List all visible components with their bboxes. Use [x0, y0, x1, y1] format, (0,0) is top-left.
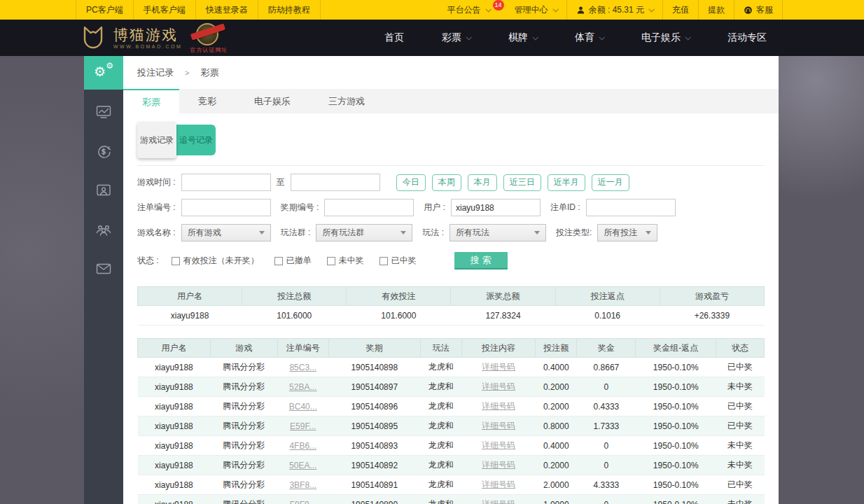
order-number-link[interactable]: BC40...: [289, 402, 317, 412]
order-number-link[interactable]: 52BA...: [289, 382, 316, 392]
quick-date-button[interactable]: 本周: [432, 174, 461, 191]
nav-item[interactable]: 活动专区: [709, 20, 786, 56]
status-checkbox-option[interactable]: 已撤单: [274, 255, 312, 267]
platform-notice-button[interactable]: 平台公告 14: [438, 0, 506, 20]
bet-detail-link[interactable]: 详细号码: [482, 440, 515, 450]
search-button[interactable]: 搜 索: [454, 252, 508, 270]
sidebar-item-account[interactable]: [84, 174, 123, 207]
quick-date-button[interactable]: 近一月: [592, 174, 629, 191]
settings-icon: ⚙⚙: [95, 64, 113, 82]
table-row: xiayu9188腾讯分分彩4FB6...1905140893龙虎和详细号码0.…: [138, 436, 765, 456]
tab-third-party-games[interactable]: 三方游戏: [309, 89, 384, 113]
bet-detail-link[interactable]: 详细号码: [482, 479, 515, 489]
topbar-left-links: PC客户端手机客户端快速登录器防劫持教程: [76, 0, 321, 20]
tab-e-entertainment[interactable]: 电子娱乐: [235, 89, 309, 113]
cell-content: 详细号码: [461, 456, 536, 475]
order-number-link[interactable]: E59F...: [290, 421, 316, 431]
cell-group: 1950-0.10%: [636, 377, 716, 397]
cell-play: 龙虎和: [420, 475, 461, 495]
cell-amount: 1.0000: [536, 495, 577, 504]
bet-detail-link[interactable]: 详细号码: [482, 421, 515, 430]
sidebar-item-team[interactable]: [84, 213, 123, 246]
chevron-down-icon: [259, 231, 265, 234]
checkbox-label: 已撤单: [286, 255, 312, 267]
topbar-link[interactable]: 手机客户端: [134, 0, 196, 20]
quick-date-button[interactable]: 近三日: [503, 174, 541, 191]
user-input[interactable]: [451, 199, 541, 216]
summary-cell: 101.6000: [242, 306, 347, 326]
seal-text: 官方认证网址: [188, 46, 230, 54]
order-number-link[interactable]: 50EA...: [289, 461, 316, 470]
quick-date-button[interactable]: 本月: [468, 174, 497, 191]
site-logo[interactable]: 博猫游戏 WWW.BOMAO.COM 官方认证网址: [79, 22, 224, 54]
summary-header-cell: 游戏盈亏: [660, 287, 764, 306]
admin-center-button[interactable]: 管理中心: [506, 0, 566, 20]
quick-date-button[interactable]: 近半月: [548, 174, 585, 191]
nav-item[interactable]: 棋牌: [489, 20, 556, 56]
bet-type-select[interactable]: 所有投注: [597, 224, 657, 241]
checkbox[interactable]: [327, 257, 335, 265]
table-header-cell: 游戏: [210, 339, 277, 358]
order-number-link[interactable]: 4FB6...: [289, 441, 316, 451]
table-row: xiayu9188腾讯分分彩3BF8...1905140891龙虎和详细号码2.…: [138, 475, 765, 495]
customer-service-button[interactable]: 客服: [734, 0, 783, 20]
sidebar-item-settings[interactable]: ⚙⚙: [84, 56, 123, 90]
quick-date-button[interactable]: 今日: [396, 174, 426, 191]
subtab-game-records[interactable]: 游戏记录: [137, 122, 176, 158]
cell-group: 1950-0.10%: [636, 456, 716, 475]
checkbox[interactable]: [379, 257, 388, 265]
cell-order: 50EA...: [277, 456, 328, 475]
time-start-input[interactable]: [181, 174, 271, 191]
nav-item[interactable]: 彩票: [423, 20, 489, 56]
play-group-select[interactable]: 所有玩法群: [316, 224, 412, 241]
nav-item[interactable]: 电子娱乐: [622, 20, 709, 56]
summary-cell: xiayu9188: [138, 306, 242, 326]
withdraw-button[interactable]: 提款: [698, 0, 734, 20]
bet-detail-link[interactable]: 详细号码: [482, 401, 515, 411]
time-end-input[interactable]: [291, 174, 380, 191]
cell-content: 详细号码: [461, 397, 536, 416]
bet-detail-link[interactable]: 详细号码: [482, 362, 515, 372]
sidebar-item-messages[interactable]: [84, 252, 123, 286]
logo-title: 博猫游戏: [113, 27, 182, 43]
order-number-link[interactable]: 85C3...: [289, 363, 316, 372]
checkbox[interactable]: [274, 257, 283, 265]
cell-game: 腾讯分分彩: [210, 475, 277, 495]
bet-detail-link[interactable]: 详细号码: [482, 382, 515, 391]
play-select[interactable]: 所有玩法: [450, 224, 546, 241]
issue-number-input[interactable]: [324, 199, 414, 216]
order-number-link[interactable]: 3BF8...: [289, 480, 316, 490]
topbar-link[interactable]: 快速登录器: [196, 0, 258, 20]
breadcrumb-item[interactable]: 投注记录: [137, 66, 174, 79]
tab-sports-lottery[interactable]: 竞彩: [179, 89, 235, 113]
sidebar-item-dashboard[interactable]: [84, 95, 123, 129]
tab-lottery[interactable]: 彩票: [123, 89, 179, 113]
summary-header-cell: 用户名: [138, 287, 242, 306]
status-checkbox-option[interactable]: 未中奖: [327, 255, 364, 267]
status-checkbox-option[interactable]: 有效投注（未开奖）: [172, 255, 259, 267]
subtab-chase-records[interactable]: 追号记录: [176, 132, 216, 148]
checkbox[interactable]: [172, 257, 180, 265]
topbar-link[interactable]: PC客户端: [76, 0, 134, 20]
chevron-down-icon: [685, 34, 690, 40]
game-select[interactable]: 所有游戏: [181, 224, 271, 241]
order-number-input[interactable]: [181, 199, 271, 216]
quick-date-buttons: 今日本周本月近三日近半月近一月: [390, 174, 629, 191]
order-id-input[interactable]: [586, 199, 676, 216]
nav-item[interactable]: 首页: [365, 20, 423, 56]
cell-user: xiayu9188: [138, 416, 211, 436]
checkbox-label: 未中奖: [339, 255, 364, 267]
bet-detail-link[interactable]: 详细号码: [482, 499, 515, 504]
order-number-label: 注单编号 :: [137, 202, 176, 214]
cell-group: 1950-0.10%: [636, 416, 716, 436]
nav-item[interactable]: 体育: [556, 20, 622, 56]
topbar-link[interactable]: 防劫持教程: [258, 0, 321, 20]
sidebar-item-transactions[interactable]: $: [84, 134, 123, 168]
balance-dropdown[interactable]: 余额 : 45.31 元: [566, 0, 662, 20]
recharge-button[interactable]: 充值: [662, 0, 698, 20]
bet-detail-link[interactable]: 详细号码: [482, 460, 515, 470]
order-number-link[interactable]: F9F9...: [290, 500, 316, 504]
status-label: 状态 :: [137, 255, 159, 267]
table-header-cell: 奖期: [328, 339, 420, 358]
status-checkbox-option[interactable]: 已中奖: [379, 255, 417, 267]
